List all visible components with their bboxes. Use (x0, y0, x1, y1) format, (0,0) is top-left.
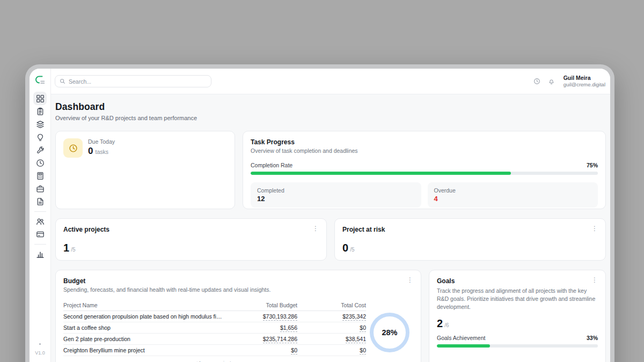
completion-rate-label: Completion Rate (251, 162, 292, 168)
kebab-menu-icon[interactable] (405, 276, 415, 284)
bar-chart-icon (36, 250, 45, 258)
due-today-text: Due Today 0 tasks (88, 138, 115, 157)
completed-label: Completed (257, 187, 415, 194)
kebab-menu-icon[interactable] (589, 224, 600, 233)
budget-card: Budget Spending, forecasts, and financia… (55, 270, 421, 362)
active-projects-title: Active projects (63, 226, 319, 233)
topbar: Guil Meira guil@creme.digital (51, 69, 610, 94)
user-email: guil@creme.digital (564, 82, 605, 87)
budget-total-cost[interactable]: $235,342 (297, 313, 366, 320)
goals-description: Track the progress and alignment of all … (437, 287, 598, 311)
sidebar-item-clipboard[interactable] (33, 105, 47, 118)
sidebar-item-lightbulb[interactable] (33, 130, 47, 144)
topbar-right: Guil Meira guil@creme.digital (532, 75, 606, 88)
calculator-icon (36, 172, 45, 180)
kebab-menu-icon[interactable] (589, 276, 600, 284)
budget-table-header: Project Name Total Budget Total Cost (63, 299, 366, 311)
task-progress-stats: Completed 12 Overdue 4 (251, 182, 598, 208)
version-label: V1.0 (35, 350, 45, 356)
budget-total-cost[interactable]: $38,541 (297, 336, 366, 342)
budget-donut-wrap: 28% (366, 299, 413, 362)
sidebar-item-calculator[interactable] (33, 169, 47, 182)
notifications-button[interactable] (547, 76, 557, 86)
completed-value: 12 (257, 195, 415, 203)
active-projects-card: Active projects 1 /5 (55, 218, 327, 261)
search-box (55, 75, 211, 87)
budget-title: Budget (63, 277, 413, 285)
user-name: Guil Meira (564, 75, 605, 82)
sidebar-item-bar-chart[interactable] (33, 247, 47, 261)
search-icon (60, 78, 65, 84)
clock-icon (69, 144, 78, 153)
completed-stat: Completed 12 (251, 182, 421, 208)
goals-achievement-value: 33% (587, 335, 598, 341)
more-projects-link[interactable]: +1 more projects (63, 356, 366, 362)
project-at-risk-total: /5 (350, 247, 354, 253)
sidebar-item-document[interactable] (33, 195, 47, 208)
overdue-stat: Overdue 4 (428, 182, 598, 208)
budget-donut-ring: 28% (370, 313, 409, 352)
sidebar-nav (33, 92, 47, 261)
row-overview: Due Today 0 tasks Task Progress Overview… (55, 131, 606, 209)
page-title: Dashboard (55, 101, 606, 113)
budget-project-name: Gen 2 plate pre-production (63, 336, 228, 342)
sidebar-item-briefcase[interactable] (33, 182, 47, 195)
budget-total-budget[interactable]: $730,193.286 (228, 313, 297, 320)
search-input[interactable] (69, 78, 207, 85)
clock-icon (533, 78, 540, 85)
budget-table-row: Creighton Beryllium mine project $0 $0 (63, 345, 366, 356)
sidebar-footer: V1.0 (30, 343, 50, 356)
app-window: V1.0 (30, 69, 610, 362)
wrench-icon (36, 146, 45, 154)
sidebar-item-clock[interactable] (33, 156, 47, 169)
sidebar-item-credit-card[interactable] (33, 227, 47, 241)
active-projects-total: /5 (71, 247, 75, 253)
credit-card-icon (36, 230, 45, 239)
goals-progress-track (437, 344, 598, 348)
document-icon (36, 197, 45, 206)
sidebar-item-wrench[interactable] (33, 143, 47, 157)
budget-total-cost[interactable]: $0 (297, 347, 366, 353)
completion-rate-value: 75% (587, 162, 598, 168)
sidebar-item-users[interactable] (33, 215, 47, 228)
project-at-risk-title: Project at risk (342, 226, 598, 233)
sidebar-divider (34, 244, 46, 245)
budget-total-cost[interactable]: $0 (297, 324, 366, 331)
due-today-icon-box (63, 138, 83, 158)
budget-project-name: Creighton Beryllium mine project (63, 347, 228, 353)
briefcase-icon (36, 184, 45, 193)
active-projects-value: 1 (63, 242, 69, 253)
user-menu[interactable]: Guil Meira guil@creme.digital (564, 75, 606, 88)
page-content: Dashboard Overview of your R&D projects … (51, 94, 610, 362)
budget-project-name: Second generation propulsion plate based… (63, 313, 228, 320)
overdue-label: Overdue (434, 187, 592, 194)
budget-table: Project Name Total Budget Total Cost Sec… (63, 299, 366, 362)
column-total-budget: Total Budget (228, 302, 297, 308)
row-budget-goals: Budget Spending, forecasts, and financia… (55, 270, 606, 362)
sidebar-item-layers[interactable] (33, 117, 47, 131)
budget-total-budget[interactable]: $1,656 (228, 324, 297, 331)
task-progress-subtitle: Overview of task completion and deadline… (251, 147, 598, 154)
budget-table-row: Gen 2 plate pre-production $235,714.286 … (63, 334, 366, 345)
budget-table-row: Start a coffee shop $1,656 $0 (63, 322, 366, 334)
due-today-label: Due Today (88, 138, 115, 145)
column-total-cost: Total Cost (297, 302, 366, 308)
column-project-name: Project Name (63, 302, 228, 308)
budget-total-budget[interactable]: $235,714.286 (228, 336, 297, 342)
task-progress-title: Task Progress (251, 138, 598, 146)
goals-title: Goals (437, 277, 598, 285)
app-logo-icon[interactable] (34, 74, 46, 86)
goals-total: /6 (444, 322, 449, 328)
sidebar-item-dashboard-grid[interactable] (33, 92, 47, 105)
goals-achievement-label: Goals Achievement (437, 335, 485, 341)
goals-value: 2 (437, 318, 443, 329)
budget-total-budget[interactable]: $0 (228, 347, 297, 353)
completion-progress-fill (251, 172, 511, 175)
kebab-menu-icon[interactable] (310, 224, 321, 233)
task-progress-card: Task Progress Overview of task completio… (243, 131, 606, 209)
users-icon (36, 217, 45, 226)
history-clock-button[interactable] (532, 76, 542, 86)
overdue-value: 4 (434, 195, 592, 203)
due-today-unit: tasks (95, 149, 108, 155)
budget-donut-value: 28% (382, 328, 397, 337)
